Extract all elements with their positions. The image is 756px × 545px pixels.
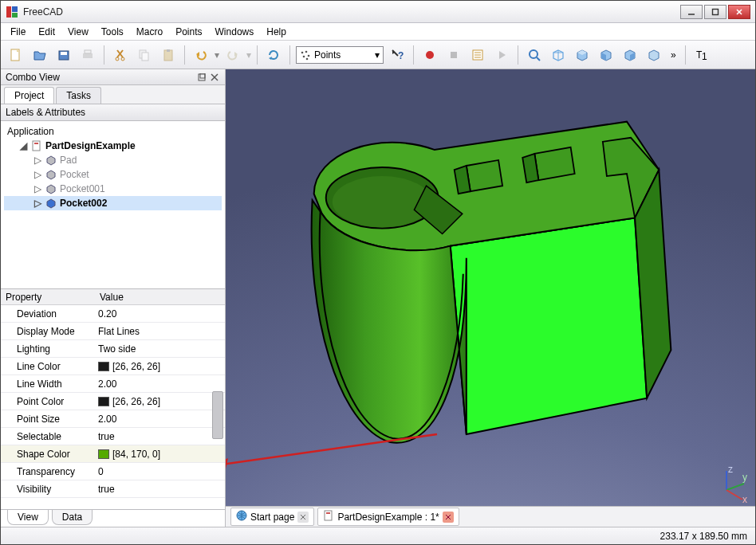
axo-view-icon[interactable] xyxy=(548,45,569,65)
svg-text:y: y xyxy=(742,472,747,483)
rear-view-icon[interactable] xyxy=(644,45,664,65)
record-macro-icon[interactable] xyxy=(419,45,440,65)
svg-point-25 xyxy=(301,51,304,53)
macro-list-icon[interactable] xyxy=(467,45,488,65)
play-macro-icon[interactable] xyxy=(491,45,512,65)
chevron-down-icon[interactable]: ▾ xyxy=(246,49,251,61)
svg-marker-61 xyxy=(47,185,55,194)
close-panel-icon[interactable] xyxy=(209,72,220,83)
tree-document[interactable]: ◢ PartDesignExample xyxy=(4,139,222,153)
tab-view[interactable]: View xyxy=(7,510,49,525)
front-view-icon[interactable] xyxy=(572,45,593,65)
print-icon[interactable] xyxy=(77,45,98,65)
expand-icon[interactable]: ▷ xyxy=(33,169,42,180)
feature-icon xyxy=(45,154,57,167)
cut-icon[interactable] xyxy=(110,45,131,65)
prop-line-width[interactable]: Line Width2.00 xyxy=(1,375,225,393)
menu-help[interactable]: Help xyxy=(260,25,293,39)
model-render xyxy=(226,69,755,527)
open-file-icon[interactable] xyxy=(30,45,50,65)
model-tree[interactable]: Application ◢ PartDesignExample ▷Pad▷Poc… xyxy=(1,121,225,288)
minimize-button[interactable] xyxy=(680,5,703,19)
prop-selectable[interactable]: Selectabletrue xyxy=(1,428,225,445)
workbench-selector[interactable]: Points ▾ xyxy=(296,46,384,64)
prop-point-color[interactable]: Point Color[26, 26, 26] xyxy=(1,393,225,410)
prop-value: Two side xyxy=(98,343,136,355)
tree-item-pocket001[interactable]: ▷Pocket001 xyxy=(4,182,222,196)
close-tab-icon[interactable] xyxy=(443,512,454,523)
tab-tasks[interactable]: Tasks xyxy=(56,87,101,104)
status-coords: 233.17 x 189.50 mm xyxy=(660,531,747,542)
prop-name: Deviation xyxy=(1,308,95,320)
feature-icon xyxy=(45,168,57,181)
sketch-icon[interactable]: T1 xyxy=(691,45,712,65)
svg-marker-9 xyxy=(34,52,45,60)
panel-titlebar: Combo View xyxy=(1,69,225,85)
collapse-icon[interactable]: ◢ xyxy=(18,140,28,151)
undock-icon[interactable] xyxy=(196,72,207,83)
prop-deviation[interactable]: Deviation0.20 xyxy=(1,305,225,323)
prop-name: Visibility xyxy=(1,484,95,495)
prop-display-mode[interactable]: Display ModeFlat Lines xyxy=(1,323,225,340)
scrollbar-thumb[interactable] xyxy=(212,391,223,439)
svg-line-40 xyxy=(537,57,540,61)
whatsthis-icon[interactable]: ? xyxy=(387,45,408,65)
prop-point-size[interactable]: Point Size2.00 xyxy=(1,410,225,428)
col-value[interactable]: Value xyxy=(95,289,128,304)
tree-item-pocket002[interactable]: ▷Pocket002 xyxy=(4,196,222,210)
svg-point-29 xyxy=(306,57,309,60)
prop-lighting[interactable]: LightingTwo side xyxy=(1,340,225,358)
stop-macro-icon[interactable] xyxy=(443,45,464,65)
menu-file[interactable]: File xyxy=(4,25,32,39)
tab-project[interactable]: Project xyxy=(4,87,54,104)
refresh-icon[interactable] xyxy=(263,45,284,65)
top-view-icon[interactable] xyxy=(596,45,616,65)
right-view-icon[interactable] xyxy=(620,45,640,65)
menu-edit[interactable]: Edit xyxy=(32,25,61,39)
paste-icon[interactable] xyxy=(158,45,179,65)
prop-value: [26, 26, 26] xyxy=(112,361,160,372)
expand-icon[interactable]: ▷ xyxy=(33,155,42,166)
svg-point-27 xyxy=(308,54,310,57)
prop-shape-color[interactable]: Shape Color[84, 170, 0] xyxy=(1,445,225,463)
chevron-down-icon[interactable]: ▾ xyxy=(215,49,219,61)
undo-icon[interactable] xyxy=(191,45,211,65)
close-tab-icon[interactable] xyxy=(297,512,309,523)
toolbar-overflow-icon[interactable]: » xyxy=(667,49,679,61)
menu-tools[interactable]: Tools xyxy=(95,25,130,39)
doctab-startpage[interactable]: Start page xyxy=(230,508,314,526)
svg-rect-1 xyxy=(12,6,18,12)
maximize-button[interactable] xyxy=(704,5,726,19)
fit-all-icon[interactable] xyxy=(524,45,545,65)
prop-line-color[interactable]: Line Color[26, 26, 26] xyxy=(1,358,225,375)
prop-value: 0 xyxy=(98,466,104,477)
color-swatch xyxy=(98,362,109,371)
tree-root[interactable]: Application xyxy=(4,124,222,139)
svg-marker-70 xyxy=(534,147,574,180)
svg-rect-13 xyxy=(85,50,91,53)
menu-windows[interactable]: Windows xyxy=(209,25,261,39)
tree-item-pad[interactable]: ▷Pad xyxy=(4,153,222,167)
redo-icon[interactable] xyxy=(222,45,243,65)
svg-rect-11 xyxy=(61,52,67,55)
tree-item-pocket[interactable]: ▷Pocket xyxy=(4,167,222,182)
svg-rect-85 xyxy=(325,511,332,520)
new-file-icon[interactable] xyxy=(6,45,26,65)
expand-icon[interactable]: ▷ xyxy=(33,198,42,209)
3d-viewport[interactable]: z y x Start page PartDesignExample : 1* xyxy=(226,69,755,527)
color-swatch xyxy=(98,449,109,459)
doctab-partdesign[interactable]: PartDesignExample : 1* xyxy=(317,508,459,526)
feature-icon xyxy=(45,182,57,195)
menu-view[interactable]: View xyxy=(61,25,95,39)
prop-visibility[interactable]: Visibilitytrue xyxy=(1,480,225,498)
svg-text:?: ? xyxy=(398,50,404,61)
menu-macro[interactable]: Macro xyxy=(130,25,169,39)
tab-data[interactable]: Data xyxy=(52,510,93,525)
prop-transparency[interactable]: Transparency0 xyxy=(1,463,225,480)
copy-icon[interactable] xyxy=(134,45,155,65)
expand-icon[interactable]: ▷ xyxy=(33,183,42,194)
save-icon[interactable] xyxy=(53,45,74,65)
menu-points[interactable]: Points xyxy=(169,25,208,39)
col-property[interactable]: Property xyxy=(1,289,95,304)
close-button[interactable] xyxy=(728,5,750,19)
